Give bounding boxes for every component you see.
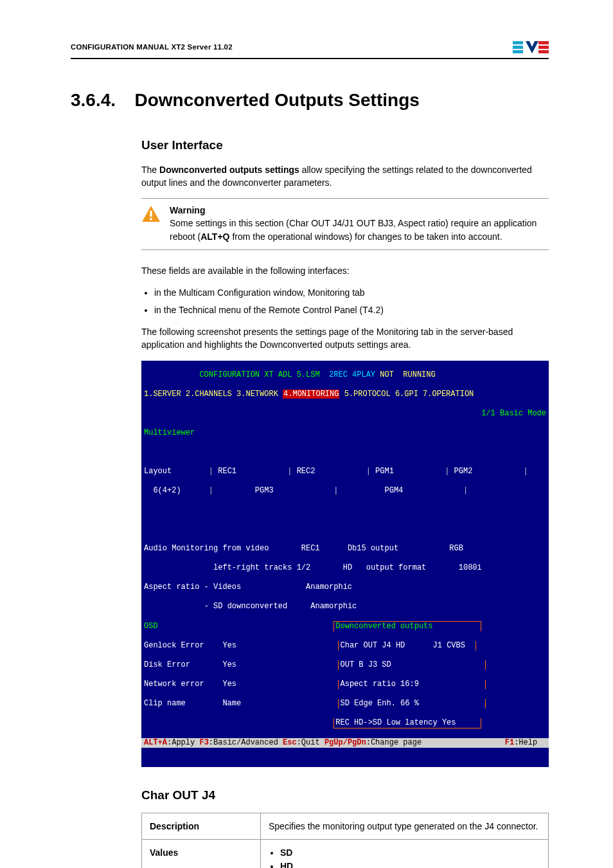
warning-shortcut: ALT+Q <box>200 231 229 242</box>
user-interface-heading: User Interface <box>141 136 549 154</box>
header-title: CONFIGURATION MANUAL XT2 Server 11.02 <box>71 43 233 51</box>
char-out-table: Description Specifies the monitoring out… <box>141 813 549 868</box>
warning-icon <box>141 205 161 243</box>
svg-rect-7 <box>150 218 152 220</box>
svg-rect-3 <box>538 41 549 44</box>
warning-text-c: from the operational windows) for change… <box>230 231 502 242</box>
svg-rect-0 <box>513 41 523 44</box>
warning-title: Warning <box>170 205 205 215</box>
warning-box: Warning Some settings in this section (C… <box>141 198 549 250</box>
section-heading: 3.6.4. Downconverted Outputs Settings <box>71 90 549 111</box>
section-title: Downconverted Outputs Settings <box>134 90 419 110</box>
row-key: Description <box>142 813 261 840</box>
section-number: 3.6.4. <box>71 90 132 111</box>
svg-rect-2 <box>513 50 523 53</box>
list-item: in the Multicam Configuration window, Mo… <box>154 286 549 299</box>
row-value: SD HD <box>261 840 549 868</box>
value-option: HD <box>280 860 540 868</box>
char-out-heading: Char OUT J4 <box>141 786 549 804</box>
list-item: in the Technical menu of the Remote Cont… <box>154 303 549 316</box>
interfaces-intro: These fields are available in the follow… <box>141 264 549 277</box>
interfaces-list: in the Multicam Configuration window, Mo… <box>154 286 549 316</box>
svg-rect-4 <box>538 46 549 49</box>
svg-rect-6 <box>150 211 152 217</box>
intro-paragraph: The Downconverted outputs settings allow… <box>141 163 549 190</box>
page-header: CONFIGURATION MANUAL XT2 Server 11.02 <box>71 39 549 59</box>
terminal-screenshot: CONFIGURATION XT ADL 5.LSM 2REC 4PLAY NO… <box>141 361 549 767</box>
row-value: Specifies the monitoring output type gen… <box>261 813 549 840</box>
evs-logo <box>513 39 549 55</box>
svg-rect-1 <box>513 46 523 49</box>
screenshot-intro: The following screenshot presents the se… <box>141 325 549 352</box>
row-key: Values <box>142 840 261 868</box>
svg-rect-5 <box>538 50 549 53</box>
value-option: SD <box>280 846 540 859</box>
